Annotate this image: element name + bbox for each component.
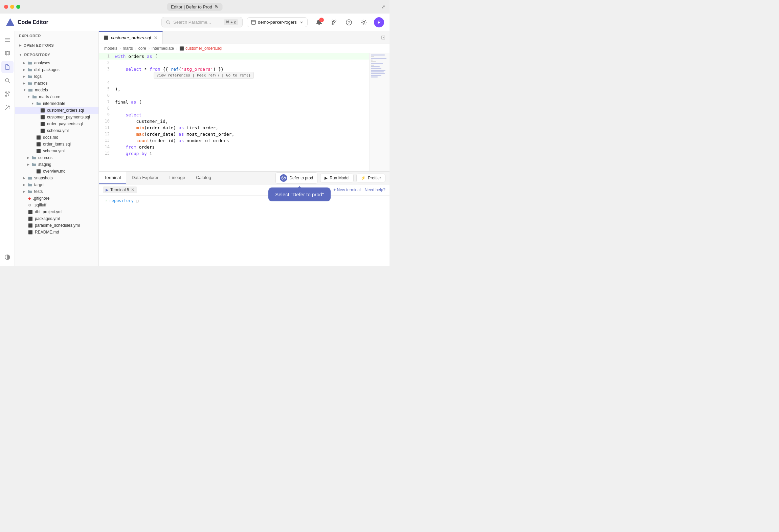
file-docs-md[interactable]: ⬛ docs.md	[15, 134, 98, 141]
svg-point-7	[335, 20, 336, 21]
wand-activity-icon[interactable]	[1, 102, 14, 114]
file-order-items[interactable]: ⬛ order_items.sql	[15, 141, 98, 148]
search-activity-icon[interactable]	[1, 74, 14, 87]
file-packages[interactable]: ⬛ packages.yml	[15, 215, 98, 222]
svg-marker-0	[6, 18, 14, 26]
svg-text:?: ?	[348, 20, 350, 24]
new-terminal-button[interactable]: + New terminal	[333, 187, 360, 192]
defer-to-prod-button[interactable]: Defer to prod Select "Defer to prod"	[275, 172, 317, 184]
folder-icon	[31, 162, 36, 167]
folder-analyses[interactable]: ▶ analyses	[15, 60, 98, 66]
minimize-button[interactable]	[10, 5, 14, 9]
bottom-tabs: Terminal Data Explorer Lineage Catalog	[99, 172, 390, 184]
file-order-payments[interactable]: ⬛ order_payments.sql	[15, 120, 98, 127]
md-file-icon: ⬛	[36, 135, 41, 140]
code-editor[interactable]: 1 with orders as ( 2 3 select * from {{ …	[99, 53, 390, 171]
folder-open-icon	[36, 101, 41, 106]
tab-close-button[interactable]: ✕	[154, 35, 158, 41]
need-help-button[interactable]: Need help?	[365, 187, 385, 192]
file-readme[interactable]: ⬛ README.md	[15, 229, 98, 236]
yaml-file-icon: ⬛	[40, 129, 45, 133]
code-line-7: 7 final as (	[99, 99, 390, 105]
main-area: EXPLORER ▶ OPEN EDITORS ▼ REPOSITORY ▶ a…	[0, 31, 390, 266]
theme-activity-icon[interactable]	[1, 251, 14, 263]
repository-header[interactable]: ▼ REPOSITORY	[15, 50, 98, 60]
settings-icon[interactable]	[359, 18, 369, 27]
file-gitignore[interactable]: ◆ .gitignore	[15, 195, 98, 202]
code-line-3: 3 select * from {{ ref('stg_orders') }} …	[99, 66, 390, 80]
tab-expand-icon[interactable]: ⊡	[377, 31, 390, 44]
folder-dbt-packages[interactable]: ▶ dbt_packages	[15, 66, 98, 73]
expand-icon[interactable]: ⤢	[381, 4, 385, 9]
logo-icon	[5, 18, 15, 27]
run-model-button[interactable]: ▶ Run Model	[320, 174, 354, 182]
folder-open-icon	[28, 88, 33, 92]
folder-macros[interactable]: ▶ macros	[15, 80, 98, 87]
breadcrumb-file[interactable]: ⬛ customer_orders.sql	[179, 46, 222, 51]
book-activity-icon[interactable]	[1, 47, 14, 60]
folder-snapshots[interactable]: ▶ snapshots	[15, 175, 98, 181]
breadcrumb-intermediate[interactable]: intermediate	[152, 46, 174, 51]
folder-staging[interactable]: ▶ staging	[15, 161, 98, 168]
file-schema-yml[interactable]: ⬛ schema.yml	[15, 148, 98, 154]
workspace-icon	[251, 20, 256, 25]
file-paradime-schedules[interactable]: ⬛ paradime_schedules.yml	[15, 222, 98, 229]
folder-target[interactable]: ▶ target	[15, 181, 98, 188]
notifications-icon[interactable]: 9	[314, 18, 324, 27]
search-bar[interactable]: Search Paradime... ⌘ + K	[161, 17, 243, 27]
breadcrumb-models[interactable]: models	[104, 46, 117, 51]
notification-badge: 9	[319, 18, 324, 22]
folder-open-icon	[32, 94, 37, 99]
file-customer-payments[interactable]: ⬛ customer_payments.sql	[15, 114, 98, 120]
yaml-file-icon: ⬛	[28, 217, 33, 221]
file-dbt-project[interactable]: ⬛ dbt_project.yml	[15, 208, 98, 215]
menu-activity-icon[interactable]	[1, 34, 14, 46]
editor-tab-customer-orders[interactable]: ⬛ customer_orders.sql ✕	[99, 31, 163, 44]
git-activity-icon[interactable]	[1, 88, 14, 100]
folder-intermediate[interactable]: ▼ intermediate	[15, 100, 98, 107]
terminal-tab-5[interactable]: ▶ Terminal 5 ✕	[103, 186, 137, 193]
code-line-12: 12 max(order_date) as most_recent_order,	[99, 131, 390, 137]
folder-marts-core[interactable]: ▼ marts / core	[15, 93, 98, 100]
tab-lineage[interactable]: Lineage	[164, 172, 191, 184]
terminal-tabs: ▶ Terminal 5 ✕ + New terminal Need help?	[99, 184, 390, 196]
folder-logs[interactable]: ▶ logs	[15, 73, 98, 80]
file-schema-yml-inner[interactable]: ⬛ schema.yml	[15, 127, 98, 134]
terminal-cwd: repository	[109, 198, 133, 203]
file-customer-orders[interactable]: ⬛ customer_orders.sql	[15, 107, 98, 114]
terminal-close-button[interactable]: ✕	[131, 187, 134, 192]
code-lines: 1 with orders as ( 2 3 select * from {{ …	[99, 53, 390, 157]
folder-tests[interactable]: ▶ tests	[15, 188, 98, 195]
hover-tooltip: View references | Peek ref{} | Go to ref…	[154, 72, 254, 79]
search-shortcut: ⌘ + K	[224, 19, 238, 25]
close-button[interactable]	[4, 5, 8, 9]
branch-icon[interactable]	[329, 18, 339, 27]
maximize-button[interactable]	[16, 5, 20, 9]
prettier-button[interactable]: ⚡ Prettier	[356, 174, 385, 182]
file-overview-md[interactable]: ⬛ overview.md	[15, 168, 98, 175]
avatar[interactable]: P	[374, 17, 384, 27]
svg-rect-3	[251, 20, 255, 24]
breadcrumb-core[interactable]: core	[138, 46, 146, 51]
folder-models[interactable]: ▼ models	[15, 87, 98, 93]
terminal-tab-label: Terminal 5	[110, 187, 129, 192]
breadcrumb-marts[interactable]: marts	[123, 46, 133, 51]
folder-sources[interactable]: ▶ sources	[15, 154, 98, 161]
code-line-6: 6	[99, 92, 390, 99]
yaml-file-icon: ⬛	[28, 223, 33, 228]
tab-catalog[interactable]: Catalog	[191, 172, 217, 184]
explorer-header[interactable]: EXPLORER	[15, 31, 98, 41]
open-editors-chevron: ▶	[19, 44, 22, 47]
file-sqlfluff[interactable]: ⚙ .sqlfluff	[15, 202, 98, 208]
config-file-icon: ⚙	[28, 203, 31, 207]
traffic-lights	[4, 5, 20, 9]
files-activity-icon[interactable]	[1, 61, 14, 73]
workspace-selector[interactable]: demo-parker-rogers	[247, 17, 308, 27]
tab-data-explorer[interactable]: Data Explorer	[126, 172, 164, 184]
help-icon[interactable]: ?	[344, 18, 354, 27]
open-editors-header[interactable]: ▶ OPEN EDITORS	[15, 41, 98, 50]
md-file-icon: ⬛	[36, 169, 41, 174]
code-line-5: 5 ),	[99, 86, 390, 92]
sql-file-icon: ⬛	[40, 122, 45, 126]
tab-terminal[interactable]: Terminal	[99, 172, 126, 184]
